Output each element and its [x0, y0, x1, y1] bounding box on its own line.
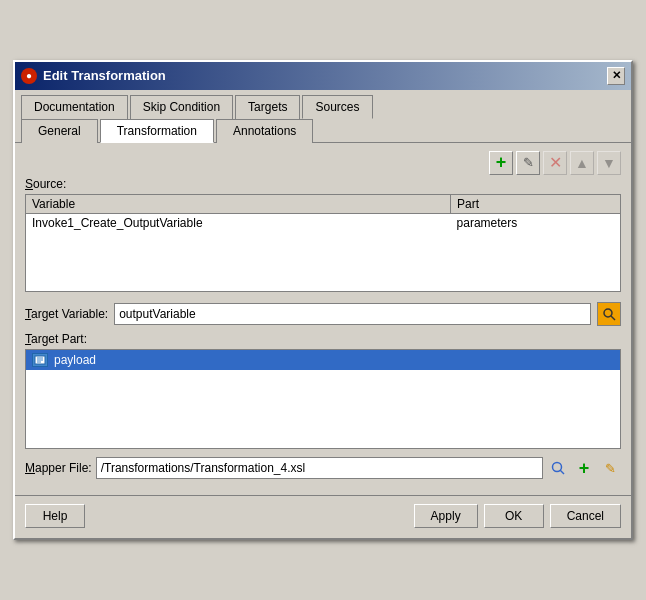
tab-row-1: Documentation Skip Condition Targets Sou…: [15, 90, 631, 118]
edit-source-button[interactable]: ✎: [516, 151, 540, 175]
table-row[interactable]: Invoke1_Create_OutputVariable parameters: [26, 213, 621, 232]
mapper-search-button[interactable]: [547, 457, 569, 479]
action-buttons: Apply OK Cancel: [414, 504, 621, 528]
cancel-button[interactable]: Cancel: [550, 504, 621, 528]
apply-button[interactable]: Apply: [414, 504, 478, 528]
source-table: Variable Part Invoke1_Create_OutputVaria…: [25, 194, 621, 293]
col-variable: Variable: [26, 194, 451, 213]
add-source-button[interactable]: +: [489, 151, 513, 175]
svg-line-1: [611, 316, 615, 320]
delete-source-button[interactable]: ✕: [543, 151, 567, 175]
move-up-button[interactable]: ▲: [570, 151, 594, 175]
target-variable-search-button[interactable]: [597, 302, 621, 326]
content-area: + ✎ ✕ ▲ ▼ Source: Variable Part Invoke1_…: [15, 143, 631, 488]
mapper-file-label: Mapper File:: [25, 461, 92, 475]
tab-skip-condition[interactable]: Skip Condition: [130, 95, 233, 119]
mapper-file-row: Mapper File: + ✎: [25, 457, 621, 479]
tab-row-2: General Transformation Annotations: [15, 118, 631, 143]
target-variable-row: Target Variable:: [25, 302, 621, 326]
source-toolbar: + ✎ ✕ ▲ ▼: [25, 151, 621, 175]
table-empty-row: [26, 232, 621, 292]
source-section-label: Source:: [25, 177, 621, 191]
mapper-add-button[interactable]: +: [573, 457, 595, 479]
mapper-file-input[interactable]: [96, 457, 543, 479]
target-variable-label: Target Variable:: [25, 307, 108, 321]
target-part-label: Target Part:: [25, 332, 621, 346]
title-bar: ● Edit Transformation ✕: [15, 62, 631, 90]
tab-annotations[interactable]: Annotations: [216, 119, 313, 143]
title-bar-left: ● Edit Transformation: [21, 68, 166, 84]
svg-point-0: [604, 309, 612, 317]
ok-button[interactable]: OK: [484, 504, 544, 528]
window-title: Edit Transformation: [43, 68, 166, 83]
tab-general[interactable]: General: [21, 119, 98, 143]
tab-targets[interactable]: Targets: [235, 95, 300, 119]
close-button[interactable]: ✕: [607, 67, 625, 85]
search-icon: [550, 460, 566, 476]
svg-line-7: [560, 470, 564, 474]
help-button[interactable]: Help: [25, 504, 85, 528]
cell-variable: Invoke1_Create_OutputVariable: [26, 213, 451, 232]
list-item-label: payload: [54, 353, 96, 367]
target-part-list[interactable]: payload: [25, 349, 621, 449]
tab-documentation[interactable]: Documentation: [21, 95, 128, 119]
target-variable-input[interactable]: [114, 303, 591, 325]
move-down-button[interactable]: ▼: [597, 151, 621, 175]
button-bar: Help Apply OK Cancel: [15, 495, 631, 538]
tab-transformation[interactable]: Transformation: [100, 119, 214, 143]
app-icon: ●: [21, 68, 37, 84]
col-part: Part: [451, 194, 621, 213]
dialog-window: ● Edit Transformation ✕ Documentation Sk…: [13, 60, 633, 541]
mapper-edit-button[interactable]: ✎: [599, 457, 621, 479]
search-icon: [602, 307, 616, 321]
part-icon: [32, 353, 48, 367]
tab-sources[interactable]: Sources: [302, 95, 372, 119]
list-item[interactable]: payload: [26, 350, 620, 370]
cell-part: parameters: [451, 213, 621, 232]
doc-icon: [34, 355, 46, 365]
